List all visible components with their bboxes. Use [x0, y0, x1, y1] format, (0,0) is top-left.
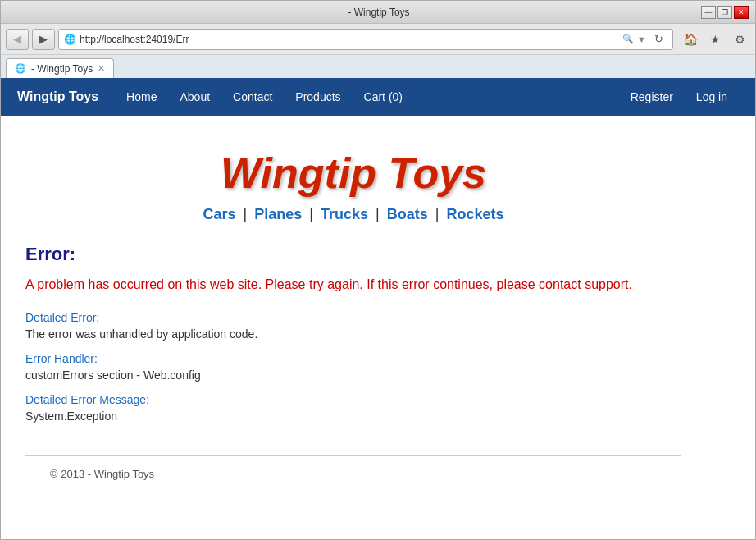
- page-content: Wingtip Toys Cars | Planes | Trucks | Bo…: [1, 116, 706, 508]
- title-bar-controls: — ❐ ✕: [701, 6, 749, 19]
- error-message-value: System.Exception: [25, 410, 681, 423]
- nav-login[interactable]: Log in: [685, 78, 739, 116]
- restore-button[interactable]: ❐: [717, 6, 732, 19]
- detailed-error-value: The error was unhandled by application c…: [25, 327, 681, 341]
- site-navigation: Wingtip Toys Home About Contact Products…: [1, 78, 755, 116]
- address-dropdown-icon[interactable]: ▼: [637, 34, 646, 44]
- title-bar: - Wingtip Toys — ❐ ✕: [1, 1, 755, 24]
- error-message-label: Detailed Error Message:: [25, 393, 681, 406]
- detailed-error-label: Detailed Error:: [25, 311, 681, 324]
- title-bar-title: - Wingtip Toys: [57, 7, 701, 18]
- nav-cart[interactable]: Cart (0): [353, 78, 414, 116]
- tab-bar: 🌐 - Wingtip Toys ✕: [1, 55, 755, 78]
- browser-window: - Wingtip Toys — ❐ ✕ ◀ ▶ 🌐 http://localh…: [0, 0, 756, 540]
- cat-boats[interactable]: Boats: [387, 206, 428, 222]
- cat-cars[interactable]: Cars: [203, 206, 236, 222]
- active-tab[interactable]: 🌐 - Wingtip Toys ✕: [6, 58, 114, 78]
- cat-sep-2: |: [309, 206, 317, 222]
- address-favicon: 🌐: [64, 34, 76, 45]
- nav-products[interactable]: Products: [284, 78, 352, 116]
- tab-close-icon[interactable]: ✕: [98, 63, 105, 74]
- footer-text: © 2013 - Wingtip Toys: [50, 468, 154, 480]
- site-footer: © 2013 - Wingtip Toys: [25, 455, 681, 492]
- address-bar: ◀ ▶ 🌐 http://localhost:24019/Err 🔍 ▼ ↻ 🏠…: [1, 24, 755, 55]
- site-title: Wingtip Toys: [25, 149, 681, 198]
- error-handler-label: Error Handler:: [25, 352, 681, 365]
- tab-favicon: 🌐: [15, 63, 26, 74]
- address-search-icon: 🔍: [622, 34, 634, 44]
- category-links: Cars | Planes | Trucks | Boats | Rockets: [25, 206, 681, 223]
- site-brand[interactable]: Wingtip Toys: [17, 89, 98, 104]
- error-heading: Error:: [25, 244, 681, 265]
- nav-right: Register Log in: [619, 78, 739, 116]
- refresh-button[interactable]: ↻: [649, 30, 667, 48]
- close-button[interactable]: ✕: [734, 6, 749, 19]
- address-url: http://localhost:24019/Err: [80, 34, 619, 45]
- nav-register[interactable]: Register: [619, 78, 685, 116]
- address-input-wrap[interactable]: 🌐 http://localhost:24019/Err 🔍 ▼ ↻: [58, 29, 673, 50]
- nav-contact[interactable]: Contact: [221, 78, 284, 116]
- settings-icon[interactable]: ⚙: [729, 29, 750, 50]
- cat-trucks[interactable]: Trucks: [321, 206, 368, 222]
- cat-sep-3: |: [376, 206, 384, 222]
- minimize-button[interactable]: —: [701, 6, 716, 19]
- nav-about[interactable]: About: [168, 78, 221, 116]
- browser-content: Wingtip Toys Home About Contact Products…: [1, 78, 755, 539]
- back-button[interactable]: ◀: [6, 29, 29, 50]
- nav-home[interactable]: Home: [115, 78, 168, 116]
- favorites-icon[interactable]: ★: [704, 29, 726, 50]
- error-message: A problem has occurred on this web site.…: [25, 275, 681, 295]
- nav-links: Home About Contact Products Cart (0): [115, 78, 619, 116]
- error-handler-value: customErrors section - Web.config: [25, 368, 681, 382]
- cat-sep-1: |: [244, 206, 252, 222]
- cat-sep-4: |: [435, 206, 444, 222]
- home-icon[interactable]: 🏠: [680, 29, 701, 50]
- cat-rockets[interactable]: Rockets: [446, 206, 503, 222]
- cat-planes[interactable]: Planes: [254, 206, 302, 222]
- tab-label: - Wingtip Toys: [31, 63, 93, 75]
- forward-button[interactable]: ▶: [32, 29, 55, 50]
- browser-action-icons: 🏠 ★ ⚙: [680, 29, 750, 50]
